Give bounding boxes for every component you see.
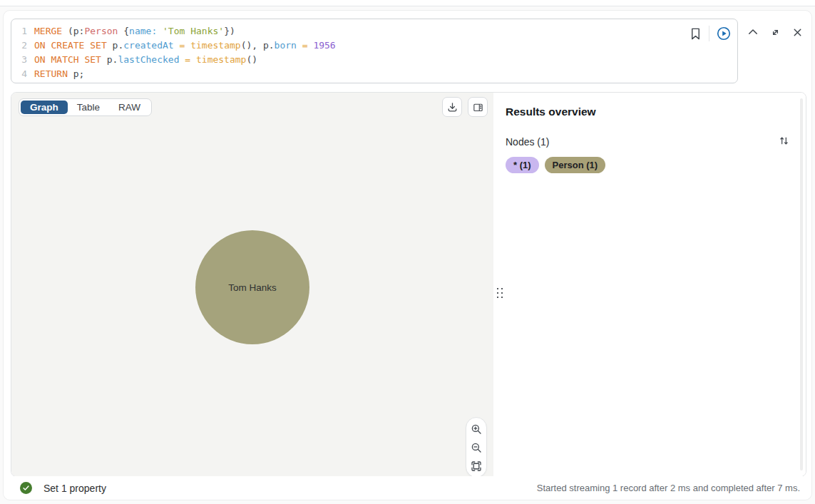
line-number: 1 [11,24,27,38]
scrollbar[interactable] [800,98,803,470]
graph-node-tom-hanks[interactable]: Tom Hanks [195,230,309,344]
status-message: Set 1 property [43,483,106,494]
collapse-icon[interactable] [747,26,759,38]
success-check-icon [20,482,32,494]
tab-raw[interactable]: RAW [109,101,150,114]
view-tab-group: GraphTableRAW [19,98,152,116]
zoom-in-icon[interactable] [468,421,484,436]
node-label-badge[interactable]: Person (1) [545,157,606,173]
results-overview-panel: Results overview Nodes (1) * (1)Person (… [493,93,806,476]
graph-panel[interactable]: GraphTableRAW Tom Hanks [11,93,493,476]
line-number: 4 [11,67,27,81]
streaming-summary: Started streaming 1 record after 2 ms an… [537,483,800,493]
close-icon[interactable] [791,26,804,38]
panel-drag-handle[interactable] [497,288,503,299]
node-label-badge[interactable]: * (1) [506,157,539,173]
divider [709,26,709,41]
code-line[interactable]: 2ON CREATE SET p.createdAt = timestamp()… [11,38,737,53]
tab-table[interactable]: Table [68,101,109,114]
results-overview-title: Results overview [506,106,596,118]
zoom-controls [466,417,487,477]
panel-layout-icon[interactable] [468,97,488,117]
code-line[interactable]: 4RETURN p; [11,67,737,81]
status-bar: Set 1 property Started streaming 1 recor… [4,476,811,500]
cypher-editor[interactable]: 1MERGE (p:Person {name: 'Tom Hanks'})2ON… [11,19,738,83]
code-line[interactable]: 1MERGE (p:Person {name: 'Tom Hanks'}) [11,24,737,38]
nodes-count-label: Nodes (1) [506,136,549,148]
query-result-frame: 1MERGE (p:Person {name: 'Tom Hanks'})2ON… [3,10,812,500]
line-number: 3 [11,53,27,67]
tab-graph[interactable]: Graph [21,101,68,114]
run-query-icon[interactable] [716,26,732,41]
node-label-badges: * (1)Person (1) [506,157,605,173]
zoom-out-icon[interactable] [468,440,484,455]
node-caption: Tom Hanks [228,282,277,293]
fit-to-view-icon[interactable] [468,458,484,473]
expand-icon[interactable] [769,26,781,38]
code-area[interactable]: 1MERGE (p:Person {name: 'Tom Hanks'})2ON… [11,19,737,81]
sort-icon[interactable] [777,134,790,147]
download-icon[interactable] [442,97,462,117]
line-number: 2 [11,38,27,53]
result-region: GraphTableRAW Tom Hanks [11,92,806,477]
bookmark-icon[interactable] [689,27,702,41]
top-divider [0,0,815,6]
code-line[interactable]: 3ON MATCH SET p.lastChecked = timestamp(… [11,53,737,67]
